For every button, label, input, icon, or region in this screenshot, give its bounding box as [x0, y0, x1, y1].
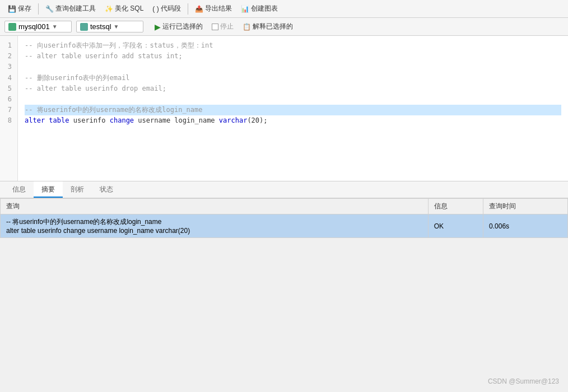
code-icon: ( ) — [152, 5, 159, 13]
tab-info[interactable]: 信息 — [4, 181, 34, 198]
beautify-label: 美化 SQL — [115, 4, 143, 13]
db-icon — [8, 23, 16, 31]
watermark: CSDN @Summer@123 — [488, 377, 559, 385]
col-header-info: 信息 — [428, 199, 483, 214]
line-num: 6 — [2, 94, 15, 105]
line-numbers: 1 2 3 4 5 6 7 8 — [0, 36, 18, 181]
separator-2 — [188, 3, 188, 15]
tab-profiling[interactable]: 剖析 — [63, 181, 92, 198]
code-line-5: -- alter table userinfo drop email; — [25, 83, 561, 94]
results-area: 查询 信息 查询时间 -- 将userinfo中的列username的名称改成l… — [0, 198, 568, 238]
watermark-text: CSDN @Summer@123 — [488, 377, 559, 385]
code-line-6 — [25, 94, 561, 105]
export-icon: 📤 — [195, 5, 203, 13]
db-dropdown-arrow: ▼ — [52, 24, 58, 30]
db-selector[interactable]: mysql001 ▼ — [4, 21, 72, 32]
code-line-4: -- 删除userinfo表中的列email — [25, 73, 561, 83]
bottom-panel: 信息 摘要 剖析 状态 查询 信息 查询时间 -- 将userinfo中的列us… — [0, 181, 568, 238]
line-num: 2 — [2, 51, 15, 62]
create-chart-button[interactable]: 📊 创建图表 — [238, 3, 281, 15]
results-table: 查询 信息 查询时间 -- 将userinfo中的列username的名称改成l… — [0, 198, 568, 238]
kw-varchar: varchar — [219, 116, 248, 124]
cell-query: -- 将userinfo中的列username的名称改成login_nameal… — [1, 214, 429, 238]
schema-name: testsql — [90, 22, 111, 31]
schema-dropdown-arrow: ▼ — [114, 24, 119, 30]
cell-time: 0.006s — [483, 214, 568, 238]
kw-alter: alter — [25, 116, 45, 124]
save-label: 保存 — [18, 4, 31, 13]
code-line-7: -- 将userinfo中的列username的名称改成login_name — [25, 105, 561, 115]
line-num: 5 — [2, 83, 15, 94]
line-num: 3 — [2, 62, 15, 72]
export-button[interactable]: 📤 导出结果 — [192, 3, 235, 15]
beautify-button[interactable]: ✨ 美化 SQL — [101, 3, 147, 15]
save-button[interactable]: 💾 保存 — [4, 3, 35, 15]
beautify-icon: ✨ — [105, 5, 113, 13]
run-buttons: ▶ 运行已选择的 停止 📋 解释已选择的 — [150, 21, 297, 32]
schema-selector[interactable]: testsql ▼ — [76, 21, 143, 32]
tab-summary[interactable]: 摘要 — [34, 181, 63, 198]
code-line-2: -- alter table userinfo add status int; — [25, 51, 561, 62]
explain-button[interactable]: 📋 解释已选择的 — [238, 21, 297, 32]
line-num: 1 — [2, 40, 15, 51]
create-chart-label: 创建图表 — [251, 4, 278, 13]
main-toolbar: 💾 保存 🔧 查询创建工具 ✨ 美化 SQL ( ) 代码段 📤 导出结果 📊 … — [0, 0, 568, 18]
tabs-bar: 信息 摘要 剖析 状态 — [0, 181, 568, 198]
code-button[interactable]: ( ) 代码段 — [149, 3, 184, 15]
kw-change: change — [110, 116, 134, 124]
line-num: 4 — [2, 73, 15, 83]
line-num: 8 — [2, 115, 15, 126]
explain-label: 解释已选择的 — [253, 22, 293, 31]
db-name: mysql001 — [18, 22, 50, 31]
query-create-button[interactable]: 🔧 查询创建工具 — [42, 3, 99, 15]
explain-icon: 📋 — [243, 23, 251, 31]
cell-info: OK — [428, 214, 483, 238]
query-create-icon: 🔧 — [45, 5, 54, 13]
code-line-3 — [25, 62, 561, 72]
code-label: 代码段 — [161, 4, 181, 13]
table-row[interactable]: -- 将userinfo中的列username的名称改成login_nameal… — [1, 214, 568, 238]
run-icon: ▶ — [155, 22, 161, 31]
stop-label: 停止 — [220, 22, 234, 31]
export-label: 导出结果 — [205, 4, 232, 13]
schema-icon — [80, 23, 88, 31]
run-selected-label: 运行已选择的 — [162, 22, 203, 31]
query-create-label: 查询创建工具 — [55, 4, 96, 13]
run-selected-button[interactable]: ▶ 运行已选择的 — [150, 21, 207, 32]
stop-checkbox — [212, 24, 218, 30]
connection-bar: mysql001 ▼ testsql ▼ ▶ 运行已选择的 停止 📋 解释已选择… — [0, 18, 568, 36]
tab-status[interactable]: 状态 — [92, 181, 121, 198]
code-editor[interactable]: -- 向userinfo表中添加一列，字段名：status，类型：int -- … — [18, 36, 568, 181]
separator-1 — [38, 3, 39, 15]
code-line-1: -- 向userinfo表中添加一列，字段名：status，类型：int — [25, 40, 561, 51]
editor-area: 1 2 3 4 5 6 7 8 -- 向userinfo表中添加一列，字段名：s… — [0, 36, 568, 181]
chart-icon: 📊 — [241, 5, 249, 13]
kw-table: table — [49, 116, 69, 124]
col-header-time: 查询时间 — [483, 199, 568, 214]
code-line-8: alter table userinfo change username log… — [25, 115, 561, 126]
save-icon: 💾 — [8, 5, 16, 13]
stop-button[interactable]: 停止 — [212, 22, 234, 31]
col-header-query: 查询 — [1, 199, 429, 214]
line-num: 7 — [2, 105, 15, 115]
